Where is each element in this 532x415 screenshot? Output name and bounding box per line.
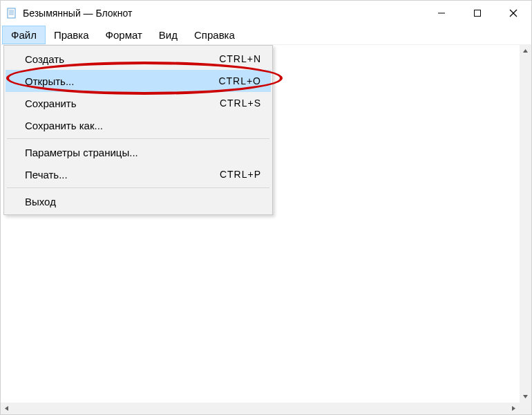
maximize-button[interactable]	[459, 1, 495, 26]
menu-item-open[interactable]: Открыть... CTRL+O	[6, 70, 271, 92]
menu-format-label: Формат	[106, 29, 142, 41]
horizontal-scrollbar[interactable]	[1, 403, 520, 414]
menu-item-save-shortcut: CTRL+S	[220, 98, 261, 109]
scroll-down-arrow-icon[interactable]	[520, 391, 531, 403]
menu-item-page-setup-label: Параметры страницы...	[25, 147, 138, 158]
menu-item-print-label: Печать...	[25, 169, 68, 181]
menu-file-label: Файл	[11, 29, 37, 41]
menu-file[interactable]: Файл	[2, 26, 46, 44]
window-title: Безымянный — Блокнот	[23, 8, 132, 19]
menu-item-new-label: Создать	[25, 53, 64, 65]
notepad-window: Безымянный — Блокнот Файл Правка Формат …	[0, 0, 532, 415]
minimize-button[interactable]	[424, 1, 459, 26]
menu-view-label: Вид	[159, 29, 178, 41]
menu-help-label: Справка	[194, 29, 235, 41]
scroll-corner	[520, 403, 531, 414]
file-menu-dropdown: Создать CTRL+N Открыть... CTRL+O Сохрани…	[3, 45, 273, 215]
menu-item-save[interactable]: Сохранить CTRL+S	[6, 92, 271, 114]
menu-item-print-shortcut: CTRL+P	[220, 169, 261, 180]
menu-view[interactable]: Вид	[151, 26, 186, 44]
menu-item-exit[interactable]: Выход	[6, 190, 271, 212]
vertical-scroll-track[interactable]	[520, 57, 531, 391]
menu-edit-label: Правка	[54, 29, 89, 41]
menu-edit[interactable]: Правка	[46, 26, 97, 44]
titlebar: Безымянный — Блокнот	[1, 1, 531, 26]
menu-separator	[7, 138, 269, 139]
horizontal-scroll-track[interactable]	[12, 403, 508, 414]
menu-help[interactable]: Справка	[186, 26, 243, 44]
menu-item-open-shortcut: CTRL+O	[218, 75, 261, 86]
menu-item-save-as[interactable]: Сохранить как...	[6, 114, 271, 136]
svg-marker-11	[5, 406, 8, 411]
menu-item-exit-label: Выход	[25, 196, 56, 208]
close-button[interactable]	[495, 1, 531, 26]
svg-rect-6	[475, 10, 481, 17]
menu-item-new-shortcut: CTRL+N	[219, 53, 261, 64]
menu-item-page-setup[interactable]: Параметры страницы...	[6, 141, 271, 163]
scroll-left-arrow-icon[interactable]	[1, 403, 12, 414]
svg-marker-9	[523, 49, 528, 53]
menu-item-print[interactable]: Печать... CTRL+P	[6, 163, 271, 185]
menu-item-save-label: Сохранить	[25, 98, 77, 109]
menu-item-new[interactable]: Создать CTRL+N	[6, 48, 271, 70]
menu-item-save-as-label: Сохранить как...	[25, 120, 103, 131]
notepad-icon	[6, 8, 17, 19]
scroll-up-arrow-icon[interactable]	[520, 45, 531, 57]
menubar: Файл Правка Формат Вид Справка	[1, 26, 531, 45]
text-area[interactable]: Создать CTRL+N Открыть... CTRL+O Сохрани…	[1, 45, 531, 414]
menu-separator	[7, 187, 269, 188]
menu-item-open-label: Открыть...	[25, 75, 74, 87]
vertical-scrollbar[interactable]	[520, 45, 531, 403]
svg-marker-12	[512, 406, 515, 411]
scroll-right-arrow-icon[interactable]	[508, 403, 520, 414]
menu-format[interactable]: Формат	[97, 26, 151, 44]
window-controls	[424, 1, 531, 26]
svg-marker-10	[523, 395, 528, 398]
